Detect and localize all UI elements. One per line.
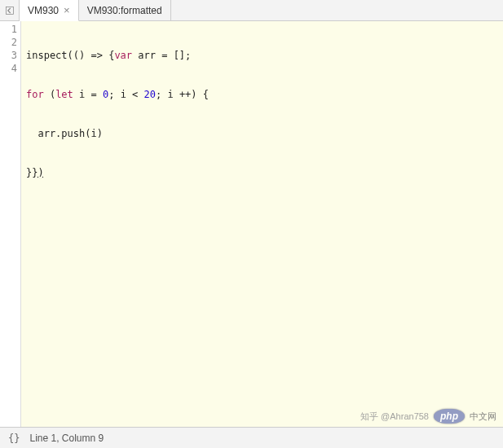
code-editor[interactable]: 1 2 3 4 inspect(() => {var arr = []; for…: [0, 21, 503, 427]
nav-back-button[interactable]: [0, 0, 20, 20]
cursor-position: Line 1, Column 9: [29, 433, 104, 444]
line-number: 1: [7, 23, 17, 36]
status-bar: {} Line 1, Column 9: [0, 427, 503, 448]
code-line: arr.push(i): [26, 127, 503, 140]
code-line: }}): [26, 166, 503, 179]
tab-vm930-formatted[interactable]: VM930:formatted: [79, 0, 171, 20]
line-number: 2: [7, 36, 17, 49]
line-gutter: 1 2 3 4: [0, 21, 21, 427]
tab-label: VM930:formatted: [87, 5, 162, 16]
line-number: 3: [7, 49, 17, 62]
svg-rect-0: [6, 7, 13, 14]
tab-vm930[interactable]: VM930 ×: [20, 0, 79, 21]
line-number: 4: [7, 62, 17, 75]
tab-label: VM930: [28, 5, 59, 16]
arrow-left-icon: [5, 6, 15, 15]
close-icon[interactable]: ×: [64, 5, 70, 15]
tab-bar: VM930 × VM930:formatted: [0, 0, 503, 21]
code-area[interactable]: inspect(() => {var arr = []; for (let i …: [21, 21, 503, 427]
pretty-print-icon[interactable]: {}: [8, 433, 20, 444]
code-line: inspect(() => {var arr = [];: [26, 49, 503, 62]
code-line: for (let i = 0; i < 20; i ++) {: [26, 88, 503, 101]
